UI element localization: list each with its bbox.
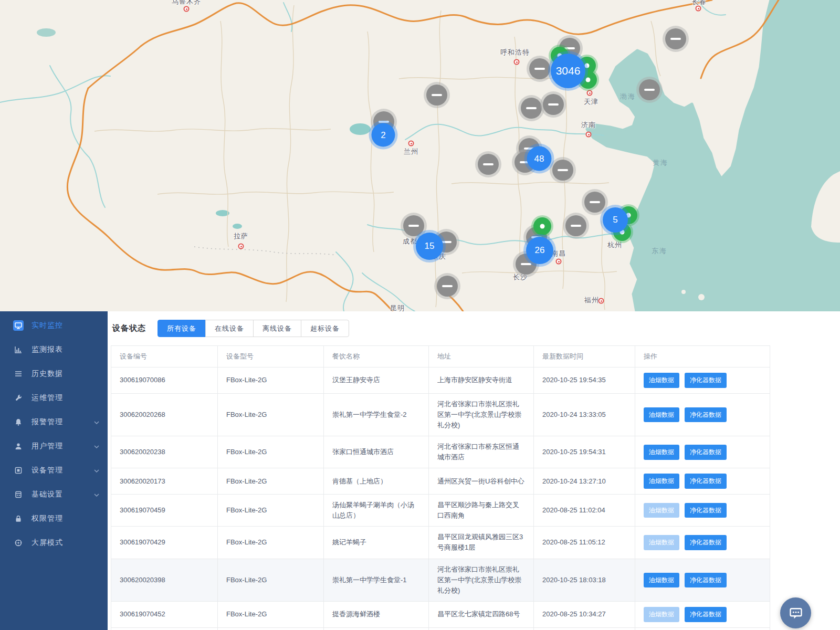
smoke-data-button[interactable]: 油烟数据 [644,535,679,550]
city-label: 济南 [581,120,596,130]
bell-icon [13,417,24,427]
offline-cluster-marker[interactable] [529,58,550,79]
sidebar-item-label: 运维管理 [32,393,63,403]
table-row[interactable]: 300620020173FBox-Lite-2G肯德基（上地店）通州区兴贸一街U… [111,468,770,495]
minus-icon [521,263,531,265]
table-row[interactable]: 300619070429FBox-Lite-2G姚记羊蝎子昌平区回龙观镇风雅园三… [111,527,770,559]
sea-label: 黄海 [653,158,668,167]
sidebar-item-8[interactable]: 基础设置 [0,482,108,507]
table-row[interactable]: 300619070452FBox-Lite-2G提香源海鲜酒楼昌平区北七家镇定四… [111,602,770,628]
purifier-data-button[interactable]: 净化器数据 [685,407,727,423]
sidebar-item-4[interactable]: 运维管理 [0,386,108,410]
offline-cluster-marker[interactable] [565,215,586,236]
chat-bubble-icon [789,606,803,621]
device-model: FBox-Lite-2G [218,559,324,601]
device-id: 300619070459 [111,495,218,527]
device-cluster-count[interactable]: 15 [416,233,443,260]
smoke-data-button[interactable]: 油烟数据 [644,607,679,622]
smoke-data-button[interactable]: 油烟数据 [644,474,679,489]
smoke-data-button[interactable]: 油烟数据 [644,503,679,518]
purifier-data-button[interactable]: 净化器数据 [685,373,727,388]
device-id: 300619070434 [111,627,218,630]
table-row[interactable]: 300619070434FBox-Lite-2G巴蜀王婆大虾（回龙观旗舰店）昌平… [111,627,770,630]
device-model: FBox-Lite-2G [218,495,324,527]
tab-1[interactable]: 所有设备 [158,320,206,337]
sidebar-item-10[interactable]: 大屏模式 [0,531,108,555]
offline-cluster-marker[interactable] [543,94,564,115]
row-actions: 油烟数据净化器数据 [635,436,770,468]
sidebar-item-label: 基础设置 [32,490,63,499]
device-id: 300620020238 [111,436,218,468]
restaurant-name: 汤仙聚羊蝎子涮羊肉（小汤山总店） [324,495,429,527]
minus-icon [670,38,681,40]
offline-cluster-marker[interactable] [521,98,542,119]
tab-3[interactable]: 离线设备 [253,320,301,337]
sidebar-item-9[interactable]: 权限管理 [0,507,108,531]
smoke-data-button[interactable]: 油烟数据 [644,373,679,388]
minus-icon [442,285,453,287]
content-panel: 设备状态 所有设备在线设备离线设备超标设备 设备编号设备型号餐饮名称地址最新数据… [108,311,840,630]
purifier-data-button[interactable]: 净化器数据 [685,607,727,622]
table-row[interactable]: 300620020238FBox-Lite-2G张家口恒通城市酒店河北省张家口市… [111,436,770,468]
offline-cluster-marker[interactable] [403,215,424,236]
offline-cluster-marker[interactable] [639,79,660,100]
offline-cluster-marker[interactable] [552,160,573,181]
chevron-down-icon [94,466,99,475]
tab-4[interactable]: 超标设备 [301,320,349,337]
sidebar-item-3[interactable]: 历史数据 [0,362,108,386]
device-cluster-count[interactable]: 48 [527,146,552,171]
restaurant-name: 崇礼第一中学学生食堂-1 [324,559,429,601]
device-cluster-count[interactable]: 3046 [551,54,585,88]
row-actions: 油烟数据净化器数据 [635,393,770,436]
offline-cluster-marker[interactable] [665,28,686,49]
city-label: 天津 [584,97,598,107]
offline-cluster-marker[interactable] [478,154,499,175]
online-device-marker[interactable] [533,217,551,235]
sidebar-item-1[interactable]: 实时监控 [0,313,108,338]
sidebar-item-label: 用户管理 [32,442,63,451]
table-row[interactable]: 300620020268FBox-Lite-2G崇礼第一中学学生食堂-2河北省张… [111,393,770,436]
purifier-data-button[interactable]: 净化器数据 [685,474,727,489]
address: 昌平区回龙观镇风雅园三区3号商服楼1层 [429,527,534,559]
smoke-data-button[interactable]: 油烟数据 [644,445,679,460]
purifier-data-button[interactable]: 净化器数据 [685,503,727,518]
offline-cluster-marker[interactable] [426,85,447,106]
sidebar-item-2[interactable]: 监测报表 [0,338,108,362]
restaurant-name: 张家口恒通城市酒店 [324,436,429,468]
chevron-down-icon [94,442,99,450]
table-row[interactable]: 300619070086FBox-Lite-2G汉堡王静安寺店上海市静安区静安寺… [111,368,770,394]
purifier-data-button[interactable]: 净化器数据 [685,445,727,460]
row-actions: 油烟数据净化器数据 [635,495,770,527]
sidebar-item-label: 历史数据 [32,369,63,379]
offline-cluster-marker[interactable] [437,276,458,297]
tab-2[interactable]: 在线设备 [205,320,254,337]
device-id: 300619070452 [111,602,218,628]
minus-icon [534,68,545,70]
latest-data-time: 2020-10-16 13:31:39 [534,627,635,630]
column-header: 最新数据时间 [534,346,635,368]
page-title: 设备状态 [112,323,146,333]
map-base-art [0,0,840,311]
purifier-data-button[interactable]: 净化器数据 [685,573,727,588]
city-label: 兰州 [404,147,418,156]
china-map[interactable]: 304648215265乌鲁木齐长春呼和浩特天津济南兰州拉萨成都重庆长沙南昌杭州… [0,0,840,311]
table-row[interactable]: 300620020398FBox-Lite-2G崇礼第一中学学生食堂-1河北省张… [111,559,770,601]
device-model: FBox-Lite-2G [218,368,324,394]
sidebar-item-6[interactable]: 用户管理 [0,434,108,458]
device-cluster-count[interactable]: 2 [372,123,395,147]
sidebar: 实时监控监测报表历史数据运维管理报警管理用户管理设备管理基础设置权限管理大屏模式 [0,311,108,630]
chat-fab-button[interactable] [780,597,811,628]
purifier-data-button[interactable]: 净化器数据 [685,535,727,550]
offline-cluster-marker[interactable] [584,192,605,213]
device-cluster-count[interactable]: 5 [603,207,628,233]
device-icon [13,465,24,476]
table-row[interactable]: 300619070459FBox-Lite-2G汤仙聚羊蝎子涮羊肉（小汤山总店）… [111,495,770,527]
smoke-data-button[interactable]: 油烟数据 [644,407,679,423]
minus-icon [526,107,537,109]
smoke-data-button[interactable]: 油烟数据 [644,573,679,588]
city-dot [586,132,592,138]
sidebar-item-7[interactable]: 设备管理 [0,458,108,482]
device-cluster-count[interactable]: 26 [526,237,553,264]
address: 昌平区顺沙路与秦上路交叉口西南角 [429,495,534,527]
sidebar-item-5[interactable]: 报警管理 [0,410,108,434]
